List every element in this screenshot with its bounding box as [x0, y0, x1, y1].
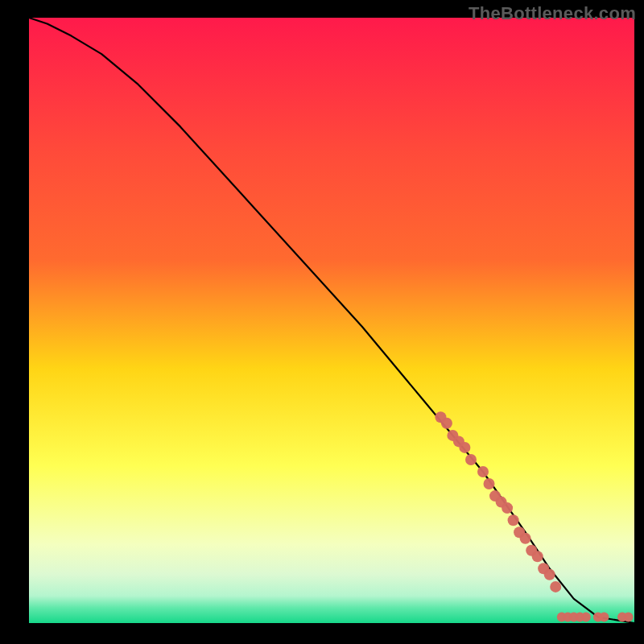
data-point: [484, 478, 495, 489]
data-point: [581, 613, 591, 622]
data-point: [544, 569, 555, 580]
data-point: [441, 418, 452, 429]
data-point: [599, 613, 609, 622]
chart-stage: TheBottleneck.com: [0, 0, 644, 644]
data-point: [520, 533, 531, 544]
data-point: [465, 454, 477, 465]
chart-svg: [0, 0, 644, 644]
plot-background: [29, 18, 634, 623]
data-point: [550, 581, 561, 592]
data-point: [477, 466, 489, 477]
data-point: [532, 551, 543, 562]
data-point: [624, 613, 634, 622]
data-point: [459, 442, 470, 453]
watermark-text: TheBottleneck.com: [469, 3, 636, 24]
data-point: [508, 514, 519, 526]
data-point: [502, 502, 513, 514]
